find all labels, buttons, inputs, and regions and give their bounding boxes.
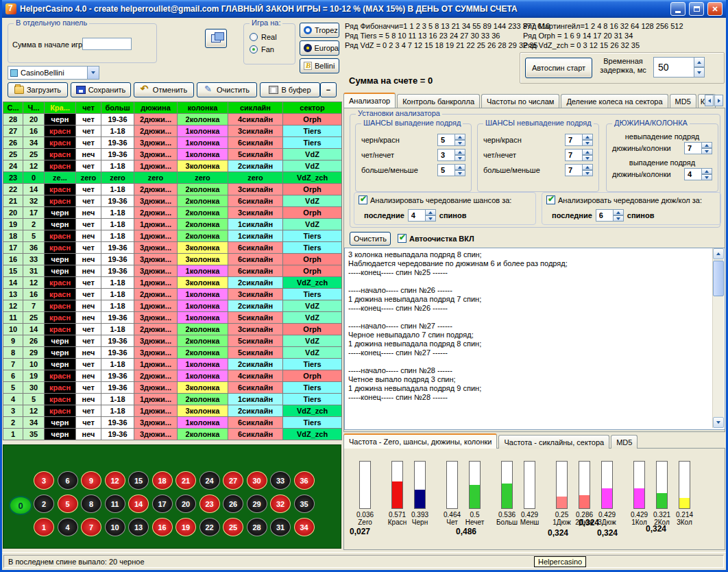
board-number[interactable]: 33	[270, 471, 291, 490]
table-row[interactable]: 192чернчет1-181дюжи...2колонка1сиклайнVd…	[3, 219, 342, 230]
board-number[interactable]: 5	[58, 494, 78, 513]
setting-spinner-up-button[interactable]	[583, 134, 593, 140]
freq-tab[interactable]: MD5	[611, 435, 638, 449]
main-tab[interactable]: Анализатор	[343, 93, 396, 108]
table-row[interactable]: 1412краснчет1-181дюжи...3колонка2сиклайн…	[3, 277, 342, 289]
board-number[interactable]: 20	[175, 494, 196, 513]
freq-tab[interactable]: Частота - Zero, шансы, дюжины, колонки	[343, 433, 497, 449]
setting-spinner-up-button[interactable]	[702, 168, 712, 174]
board-number[interactable]: 2	[34, 494, 54, 513]
close-button[interactable]: ✕	[707, 2, 723, 16]
main-tab[interactable]: Деление колеса на сектора	[561, 94, 668, 108]
board-number[interactable]: 26	[223, 494, 243, 513]
setting-spinner-down-button[interactable]	[455, 140, 465, 146]
table-row[interactable]: 127красннеч1-181дюжи...1колонка2сиклайнV…	[3, 300, 342, 312]
setting-spinner-input[interactable]	[565, 164, 583, 176]
alt-dozens-spinner-up-button[interactable]	[614, 209, 624, 215]
board-number[interactable]: 31	[270, 518, 291, 536]
autoclean-checkbox[interactable]: Автоочистка ВКЛ	[398, 234, 474, 243]
setting-spinner-down-button[interactable]	[583, 170, 593, 176]
board-number[interactable]: 8	[81, 494, 101, 513]
table-row[interactable]: 230ze...zerozerozerozerozeroVdZ_zch	[3, 172, 342, 184]
board-number[interactable]: 25	[223, 518, 243, 536]
table-row[interactable]: 1736краснчет19-363дюжи...3колонка6сиклай…	[3, 242, 342, 254]
radio-real[interactable]: Real	[250, 33, 277, 41]
board-number[interactable]: 6	[58, 471, 78, 490]
casino-select[interactable]: CasinoBellini	[8, 66, 99, 80]
setting-spinner-up-button[interactable]	[455, 164, 465, 170]
alt-dozens-spinner-down-button[interactable]	[614, 215, 624, 222]
alt-chances-spinner-input[interactable]	[408, 209, 426, 222]
board-number[interactable]: 4	[58, 518, 78, 536]
board-number[interactable]: 32	[270, 494, 291, 513]
toolbar-button[interactable]: Загрузить	[8, 82, 68, 97]
setting-spinner-down-button[interactable]	[702, 174, 712, 180]
setting-spinner-up-button[interactable]	[583, 164, 593, 170]
toolbar-button[interactable]: Сохранить	[71, 82, 131, 97]
main-tab[interactable]: MD5	[670, 94, 696, 108]
table-row[interactable]: 710чернчет1-181дюжи...1колонка2сиклайнTi…	[3, 359, 342, 370]
board-number[interactable]: 27	[223, 471, 243, 490]
board-number[interactable]: 10	[105, 518, 125, 536]
board-number[interactable]: 29	[247, 494, 267, 513]
board-number[interactable]: 9	[81, 471, 101, 490]
minimize-button[interactable]	[670, 2, 685, 16]
delay-up-button[interactable]	[694, 57, 705, 67]
analyzer-log[interactable]: 3 колонка невыпадала подряд 8 спин; Набл…	[344, 248, 725, 430]
log-scrollbar[interactable]	[712, 248, 724, 428]
board-number[interactable]: 21	[175, 471, 196, 490]
setting-spinner-up-button[interactable]	[455, 134, 465, 140]
board-number[interactable]: 12	[105, 471, 125, 490]
start-sum-input[interactable]	[82, 38, 132, 50]
table-row[interactable]: 2820чернчет19-362дюжи...2колонка4сиклайн…	[3, 114, 342, 126]
table-row[interactable]: 1316краснчет1-182дюжи...1колонка3сиклайн…	[3, 289, 342, 300]
setting-spinner-input[interactable]	[565, 149, 583, 161]
setting-spinner-up-button[interactable]	[702, 142, 712, 148]
maximize-button[interactable]	[689, 2, 704, 16]
table-row[interactable]: 1633черннеч19-363дюжи...3колонка6сиклайн…	[3, 254, 342, 265]
setting-spinner-down-button[interactable]	[455, 170, 465, 176]
board-number[interactable]: 3	[34, 471, 54, 490]
alt-dozens-checkbox[interactable]: Анализировать чередование дюж/кол за:	[546, 195, 702, 204]
board-number[interactable]: 23	[199, 494, 220, 513]
casino-button-europa[interactable]: Europa	[300, 40, 339, 56]
collapse-button[interactable]: −	[320, 82, 337, 97]
main-tab[interactable]: Контроль банкролла	[397, 94, 480, 108]
main-tab[interactable]: Частоты по числам	[481, 94, 559, 108]
board-number[interactable]: 28	[247, 518, 267, 536]
board-number[interactable]: 19	[175, 518, 196, 536]
table-row[interactable]: 926чернчет19-363дюжи...2колонка5сиклайнV…	[3, 335, 342, 347]
setting-spinner-up-button[interactable]	[455, 149, 465, 155]
setting-spinner-down-button[interactable]	[583, 140, 593, 146]
tab-scroll-right-button[interactable]	[714, 95, 723, 106]
delay-down-button[interactable]	[694, 67, 705, 78]
alt-chances-spinner-up-button[interactable]	[426, 209, 436, 215]
table-row[interactable]: 2716краснчет1-182дюжи...1колонка3сиклайн…	[3, 126, 342, 137]
table-row[interactable]: 45красннеч1-181дюжи...2колонка1сиклайнTi…	[3, 394, 342, 405]
table-row[interactable]: 312краснчет1-181дюжи...3колонка2сиклайнV…	[3, 405, 342, 417]
detach-panel-button[interactable]	[205, 29, 227, 48]
board-number[interactable]: 17	[152, 494, 173, 513]
table-row[interactable]: 185красннеч1-181дюжи...2колонка1сиклайнT…	[3, 230, 342, 242]
setting-spinner-input[interactable]	[437, 149, 455, 161]
table-row[interactable]: 1531черннеч19-363дюжи...1колонка6сиклайн…	[3, 265, 342, 277]
setting-spinner-down-button[interactable]	[583, 155, 593, 161]
board-number[interactable]: 36	[294, 471, 315, 490]
board-number[interactable]: 1	[34, 518, 54, 536]
table-row[interactable]: 530краснчет19-363дюжи...3колонка6сиклайн…	[3, 382, 342, 394]
combo-dropdown-button[interactable]	[87, 67, 99, 79]
casino-button-tropez[interactable]: Tropez	[300, 23, 339, 38]
board-number[interactable]: 14	[128, 494, 149, 513]
autospin-start-button[interactable]: Автоспин старт	[525, 58, 592, 78]
board-number[interactable]: 35	[294, 494, 315, 513]
board-number[interactable]: 24	[199, 471, 220, 490]
toolbar-button[interactable]: Очистить	[197, 82, 257, 97]
board-zero[interactable]: 0	[9, 496, 32, 515]
table-row[interactable]: 2634краснчет19-363дюжи...1колонка6сиклай…	[3, 137, 342, 149]
clear-log-button[interactable]: Очистить	[350, 232, 391, 246]
table-row[interactable]: 1125красннеч19-363дюжи...1колонка5сиклай…	[3, 312, 342, 324]
scroll-thumb[interactable]	[713, 261, 724, 296]
table-row[interactable]: 234чернчет19-363дюжи...1колонка6сиклайнT…	[3, 417, 342, 429]
setting-spinner-input[interactable]	[437, 134, 455, 146]
scroll-up-button[interactable]	[713, 248, 724, 259]
